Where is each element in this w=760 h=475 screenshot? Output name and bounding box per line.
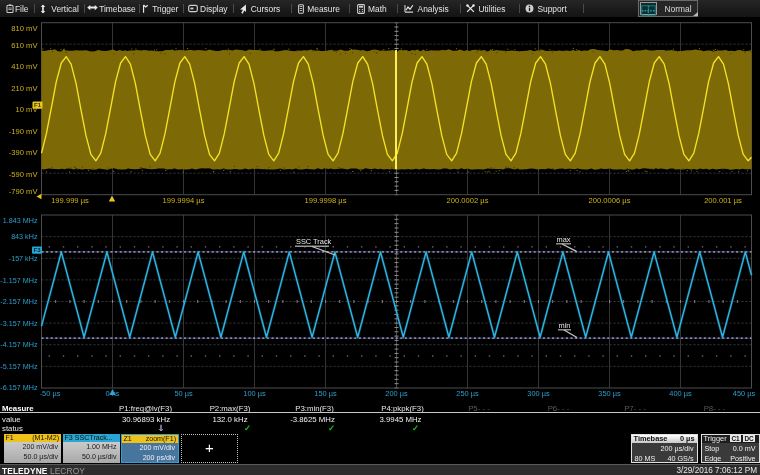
svg-text:210 mV: 210 mV bbox=[11, 84, 38, 93]
svg-text:max: max bbox=[557, 235, 571, 244]
svg-text:200.001 µs: 200.001 µs bbox=[704, 196, 742, 205]
svg-text:350 µs: 350 µs bbox=[598, 389, 621, 398]
svg-text:F1: F1 bbox=[34, 102, 42, 108]
svg-text:-190 mV: -190 mV bbox=[9, 127, 39, 136]
svg-text:810 mV: 810 mV bbox=[11, 24, 38, 33]
svg-text:F3: F3 bbox=[33, 247, 41, 253]
svg-text:-5.157 MHz: -5.157 MHz bbox=[0, 362, 38, 371]
svg-text:610 mV: 610 mV bbox=[11, 41, 38, 50]
svg-text:250 µs: 250 µs bbox=[456, 389, 479, 398]
svg-text:410 mV: 410 mV bbox=[11, 62, 38, 71]
svg-text:min: min bbox=[559, 321, 571, 330]
svg-text:1.843 MHz: 1.843 MHz bbox=[3, 216, 38, 225]
svg-text:-2.157 MHz: -2.157 MHz bbox=[0, 297, 38, 306]
svg-text:150 µs: 150 µs bbox=[314, 389, 337, 398]
svg-text:-790 mV: -790 mV bbox=[9, 187, 39, 196]
svg-text:-3.157 MHz: -3.157 MHz bbox=[0, 319, 38, 328]
svg-text:450 µs: 450 µs bbox=[733, 389, 756, 398]
svg-text:300 µs: 300 µs bbox=[527, 389, 550, 398]
svg-text:-390 mV: -390 mV bbox=[9, 148, 39, 157]
svg-text:-6.157 MHz: -6.157 MHz bbox=[0, 383, 38, 392]
svg-text:50 µs: 50 µs bbox=[174, 389, 193, 398]
svg-text:200.0006 µs: 200.0006 µs bbox=[589, 196, 631, 205]
svg-text:199.9994 µs: 199.9994 µs bbox=[163, 196, 205, 205]
svg-text:100 µs: 100 µs bbox=[243, 389, 266, 398]
svg-text:-1.157 MHz: -1.157 MHz bbox=[0, 276, 38, 285]
svg-text:SSC Track: SSC Track bbox=[296, 237, 332, 246]
svg-text:-4.157 MHz: -4.157 MHz bbox=[0, 340, 38, 349]
svg-text:200.0002 µs: 200.0002 µs bbox=[447, 196, 489, 205]
svg-text:199.9998 µs: 199.9998 µs bbox=[305, 196, 347, 205]
svg-text:843 kHz: 843 kHz bbox=[11, 232, 38, 241]
svg-text:400 µs: 400 µs bbox=[669, 389, 692, 398]
svg-text:-50 µs: -50 µs bbox=[40, 389, 61, 398]
svg-text:-157 kHz: -157 kHz bbox=[9, 254, 38, 263]
svg-text:199.999 µs: 199.999 µs bbox=[51, 196, 89, 205]
svg-text:-590 mV: -590 mV bbox=[9, 170, 39, 179]
svg-text:200 µs: 200 µs bbox=[385, 389, 408, 398]
